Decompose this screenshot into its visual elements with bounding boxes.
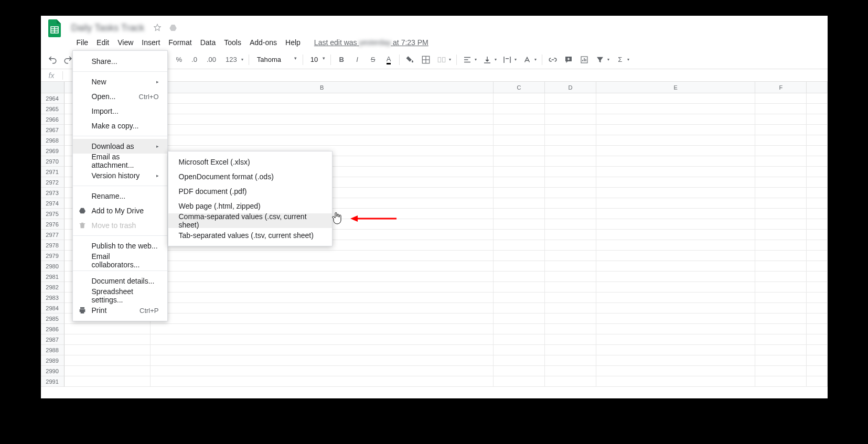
last-edit-link[interactable]: Last edit was yesterday at 7:23 PM [314,38,428,47]
file-menu-rename[interactable]: Rename... [73,189,167,203]
increase-decimal-button[interactable]: .00 [202,56,220,63]
cell[interactable] [494,156,545,167]
cell[interactable] [545,198,596,209]
cell[interactable] [807,324,827,334]
menu-help[interactable]: Help [281,36,305,49]
cell[interactable] [596,334,756,345]
italic-button[interactable]: I [350,52,365,67]
menu-edit[interactable]: Edit [92,36,113,49]
cell[interactable] [755,376,807,387]
document-title[interactable]: Daily Tasks Track [71,23,145,34]
cell[interactable] [65,376,151,387]
cell[interactable] [65,334,151,345]
merge-cells-button[interactable] [434,52,449,67]
undo-button[interactable] [45,52,60,67]
cell[interactable] [494,230,545,240]
row-header[interactable]: 2981 [41,272,65,282]
font-family-selector[interactable]: Tahoma [252,53,299,66]
cell[interactable] [151,135,494,146]
cell[interactable] [755,313,807,324]
vertical-align-button[interactable] [480,52,495,67]
file-menu-download-as[interactable]: Download as▸ [73,139,167,154]
row-header[interactable]: 2988 [41,345,65,355]
cell[interactable] [151,376,494,387]
cell[interactable] [494,146,545,156]
cell[interactable] [755,177,807,188]
text-color-button[interactable]: A [381,52,396,67]
cell[interactable] [65,355,151,366]
cell[interactable] [807,272,827,282]
cell[interactable] [755,135,807,146]
horizontal-align-button[interactable] [460,52,475,67]
row-header[interactable]: 2974 [41,198,65,209]
cell[interactable] [807,219,827,230]
cell[interactable] [494,135,545,146]
cell[interactable] [151,104,494,114]
cell[interactable] [494,366,545,376]
cell[interactable] [494,272,545,282]
cell[interactable] [755,209,807,219]
cell[interactable] [755,366,807,376]
cell[interactable] [755,261,807,272]
row-header[interactable]: 2987 [41,334,65,345]
filter-button[interactable] [593,52,607,67]
row-header[interactable]: 2980 [41,261,65,272]
menu-tools[interactable]: Tools [220,36,245,49]
cell[interactable] [807,355,827,366]
file-menu-new[interactable]: New▸ [73,74,167,89]
row-header[interactable]: 2970 [41,156,65,167]
file-menu-email-collab[interactable]: Email collaborators... [73,253,167,268]
row-header[interactable]: 2973 [41,188,65,198]
cell[interactable] [807,167,827,177]
cell[interactable] [596,261,756,272]
cell[interactable] [755,355,807,366]
cell[interactable] [545,209,596,219]
cell[interactable] [596,167,756,177]
cell[interactable] [596,303,756,313]
cell[interactable] [596,272,756,282]
strikethrough-button[interactable]: S [366,52,380,67]
row-header[interactable]: 2968 [41,135,65,146]
cell[interactable] [596,209,756,219]
file-menu-make-copy[interactable]: Make a copy... [73,118,167,133]
drive-icon[interactable] [168,23,178,33]
cell[interactable] [151,272,494,282]
cell[interactable] [807,282,827,293]
column-header[interactable] [807,82,827,93]
cell[interactable] [596,345,756,355]
row-header[interactable]: 2989 [41,355,65,366]
download-xlsx[interactable]: Microsoft Excel (.xlsx) [168,155,332,169]
cell[interactable] [755,219,807,230]
cell[interactable] [545,334,596,345]
cell[interactable] [807,240,827,251]
row-header[interactable]: 2965 [41,104,65,114]
cell[interactable] [494,188,545,198]
cell[interactable] [596,125,756,135]
cell[interactable] [545,156,596,167]
cell[interactable] [807,303,827,313]
cell[interactable] [151,366,494,376]
menu-addons[interactable]: Add-ons [245,36,281,49]
more-formats-button[interactable]: 123 [221,56,241,63]
cell[interactable] [755,293,807,303]
cell[interactable] [755,345,807,355]
cell[interactable] [545,345,596,355]
download-html[interactable]: Web page (.html, zipped) [168,199,332,213]
cell[interactable] [494,104,545,114]
cell[interactable] [151,125,494,135]
cell[interactable] [807,345,827,355]
column-header[interactable]: B [151,82,494,93]
row-header[interactable]: 2990 [41,366,65,376]
text-wrap-button[interactable] [500,52,515,67]
cell[interactable] [755,104,807,114]
cell[interactable] [545,93,596,104]
cell[interactable] [807,114,827,125]
row-header[interactable]: 2978 [41,240,65,251]
cell[interactable] [596,376,756,387]
select-all-corner[interactable] [41,82,65,93]
cell[interactable] [807,230,827,240]
decrease-decimal-button[interactable]: .0 [187,56,201,63]
column-header[interactable]: E [596,82,756,93]
cell[interactable] [596,282,756,293]
cell[interactable] [545,376,596,387]
